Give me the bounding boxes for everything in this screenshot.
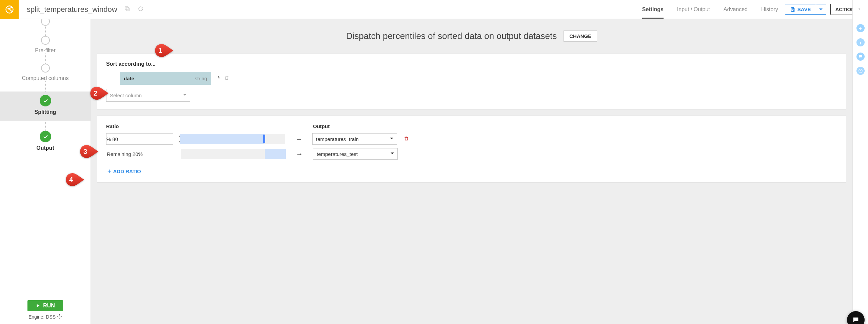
step-prefilter-label: Pre-filter <box>35 47 55 54</box>
svg-rect-8 <box>218 77 219 78</box>
select-column-placeholder: Select column <box>110 93 142 98</box>
change-button[interactable]: CHANGE <box>564 31 597 42</box>
chevron-down-icon <box>391 151 394 157</box>
svg-point-6 <box>59 316 60 317</box>
page-heading: Dispatch percentiles of sorted data on o… <box>346 31 557 41</box>
sort-section-label: Sort according to... <box>106 61 837 67</box>
annotation-4: 4 <box>65 173 85 187</box>
engine-label: Engine: DSS <box>28 314 56 320</box>
step-output-circle[interactable] <box>40 131 51 142</box>
chevron-down-icon <box>390 136 393 142</box>
svg-rect-3 <box>125 7 128 10</box>
run-button[interactable]: RUN <box>27 300 63 311</box>
svg-rect-2 <box>126 8 129 11</box>
ratio-value-field[interactable] <box>111 136 178 142</box>
percent-symbol: % <box>106 136 111 142</box>
select-column-dropdown[interactable]: Select column <box>106 89 190 102</box>
step-output-label: Output <box>36 145 54 151</box>
slider-handle[interactable] <box>263 135 265 143</box>
step-computed-circle[interactable] <box>41 64 50 73</box>
delete-ratio-icon[interactable] <box>404 136 411 142</box>
step-splitting-circle[interactable] <box>40 95 51 106</box>
recipe-name: split_temperatures_window <box>27 5 117 14</box>
tab-advanced[interactable]: Advanced <box>724 0 748 19</box>
copy-icon[interactable] <box>124 6 130 13</box>
rail-add-icon[interactable]: + <box>856 24 865 32</box>
save-dropdown-caret[interactable] <box>816 4 826 14</box>
step-computed-label: Computed columns <box>22 75 69 81</box>
output-1-value: temperatures_train <box>316 136 359 142</box>
ratio-header: Ratio <box>106 123 174 129</box>
annotation-2: 2 <box>90 86 109 100</box>
output-2-value: temperatures_test <box>317 151 358 157</box>
annotation-3: 3 <box>79 144 99 159</box>
add-ratio-label: ADD RATIO <box>113 168 141 174</box>
output-header: Output <box>313 123 401 129</box>
chevron-down-icon <box>183 93 186 98</box>
arrow-icon: → <box>292 135 305 143</box>
svg-point-1 <box>7 8 9 9</box>
brand-logo[interactable] <box>0 0 19 19</box>
add-ratio-button[interactable]: + ADD RATIO <box>106 168 141 175</box>
output-2-select[interactable]: temperatures_test <box>313 148 398 160</box>
refresh-icon[interactable] <box>138 6 144 13</box>
tab-history[interactable]: History <box>761 0 778 19</box>
svg-rect-7 <box>218 76 219 77</box>
tab-input-output[interactable]: Input / Output <box>677 0 710 19</box>
sort-column-type: string <box>195 76 207 81</box>
collapse-rail-icon[interactable]: ← <box>857 5 864 13</box>
svg-rect-5 <box>792 9 793 11</box>
svg-rect-4 <box>792 7 793 8</box>
sort-column-chip[interactable]: date string <box>120 72 211 85</box>
ratio-slider-2 <box>181 149 286 159</box>
ratio-input[interactable]: % ▲ ▼ <box>106 133 173 145</box>
delete-sort-icon[interactable] <box>224 75 229 81</box>
save-label: SAVE <box>797 6 811 12</box>
step-splitting-label: Splitting <box>35 109 56 115</box>
sort-column-name: date <box>124 76 134 81</box>
ratio-slider-1[interactable] <box>180 134 285 144</box>
output-1-select[interactable]: temperatures_train <box>312 133 397 145</box>
rail-info-icon[interactable]: i <box>856 38 865 46</box>
rail-history-icon[interactable] <box>856 67 865 75</box>
svg-rect-9 <box>218 79 220 79</box>
sort-direction-icon[interactable] <box>215 75 221 82</box>
remaining-ratio-label: Remaining 20% <box>106 151 174 157</box>
plus-icon: + <box>107 168 111 175</box>
step-prefilter-circle[interactable] <box>41 36 50 45</box>
engine-settings-icon[interactable] <box>57 314 62 320</box>
run-label: RUN <box>43 303 55 309</box>
tab-settings[interactable]: Settings <box>642 0 664 19</box>
annotation-1: 1 <box>154 43 174 58</box>
save-button[interactable]: SAVE <box>785 4 816 14</box>
rail-discuss-icon[interactable] <box>856 53 865 61</box>
arrow-icon: → <box>293 150 306 158</box>
